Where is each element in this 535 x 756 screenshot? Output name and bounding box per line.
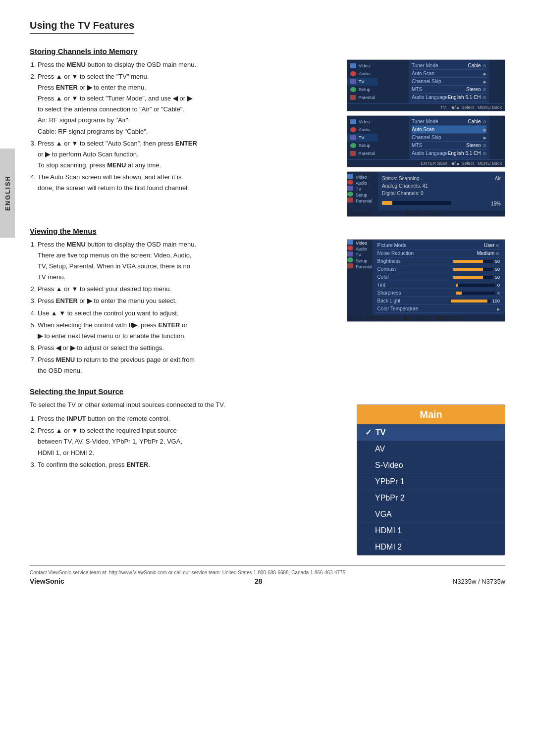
input-intro: To select the TV or other external input… — [30, 400, 347, 410]
video-menu-screen: Video Audio TV Setup — [347, 239, 505, 322]
video-menu-item-setup: Setup — [347, 257, 373, 263]
video-menu-setup-icon — [347, 257, 353, 262]
storing-step-2: Press ▲ or ▼ to select the "TV" menu. Pr… — [38, 71, 337, 137]
scan-setup-icon — [347, 192, 353, 197]
scan-analog-label: Analog Channels: 41 — [382, 183, 428, 189]
footer-model: N3235w / N3735w — [453, 578, 505, 585]
menu-row-mts-1: MTS Stereo — [412, 86, 486, 94]
viewing-menus-title: Viewing the Menus — [30, 227, 505, 235]
video-row-tint: Tint 0 — [375, 281, 502, 289]
menu-row-tunermode-2: Tuner Mode Cable — [412, 118, 486, 126]
menu-footer-2: ENTER Scan ◆/▲ Select MENU Back — [347, 159, 505, 167]
video-menu-tv-icon — [347, 252, 353, 256]
scan-progress-bar — [382, 201, 451, 205]
menu-content-2: Tuner Mode Cable Auto Scan Channel Skip — [409, 116, 489, 159]
menu-sidebar-1: Video Audio TV Setup — [347, 60, 378, 103]
scan-tv-icon — [347, 186, 353, 191]
footer-contact: Contact ViewSonic service team at: http:… — [30, 570, 345, 575]
input-item-tv-label: TV — [375, 428, 385, 437]
menu-item-audio-1: Audio — [347, 70, 378, 78]
video-icon-2 — [350, 119, 356, 124]
scan-menu-parental: Parental — [347, 198, 378, 203]
auto-scan-screen: Video Audio TV Setup — [347, 171, 505, 217]
footer-brand: ViewSonic — [30, 577, 64, 585]
input-item-av-label: AV — [375, 445, 385, 454]
setup-icon-1 — [350, 87, 356, 92]
storing-text: Press the MENU button to display the OSD… — [30, 59, 337, 217]
input-item-vga[interactable]: VGA — [357, 506, 505, 523]
menu-row-mts-2: MTS Stereo — [412, 142, 486, 150]
viewing-step-5: When selecting the control with II▶, pre… — [38, 320, 337, 342]
viewing-section-row: Press the MENU button to display the OSD… — [30, 239, 505, 377]
menu-item-tv-1: TV — [347, 78, 378, 86]
scan-analog-row: Analog Channels: 41 — [382, 182, 501, 190]
input-item-ypbpr2[interactable]: YPbPr 2 — [357, 490, 505, 506]
viewing-step-4: Use ▲ ▼ to select the control you want t… — [38, 308, 337, 319]
viewing-images: Video Audio TV Setup — [347, 239, 505, 377]
menu-item-video-2: Video — [347, 118, 378, 126]
video-menu-parental-icon — [347, 263, 353, 268]
input-source-menu: Main ✓ TV AV S-Video YPbPr 1 YPbPr 2 — [357, 404, 505, 555]
sidebar-english: ENGLISH — [0, 149, 15, 238]
viewing-step-6: Press ◀ or ▶ to adjust or select the set… — [38, 343, 337, 353]
menu-row-channelskip-1: Channel Skip — [412, 78, 486, 86]
viewing-text: Press the MENU button to display the OSD… — [30, 239, 337, 377]
video-menu-item-parental: Parental — [347, 263, 373, 269]
menu-item-parental-1: Parental — [347, 94, 378, 101]
menu-item-setup-1: Setup — [347, 86, 378, 94]
menu-item-parental-2: Parental — [347, 150, 378, 157]
input-item-tv[interactable]: ✓ TV — [357, 424, 505, 441]
scan-content: Status: Scanning... Air Analog Channels:… — [378, 172, 505, 210]
storing-images: Video Audio TV Setup — [347, 59, 505, 217]
video-row-noisereduce: Noise Reduction Medium — [375, 250, 502, 257]
scan-sidebar: Video Audio TV Setup — [347, 172, 378, 210]
tv-icon-1 — [350, 79, 356, 84]
scan-video-icon — [347, 174, 353, 179]
viewing-step-7: Press MENU to return to the previous pag… — [38, 354, 337, 376]
input-item-ypbpr2-label: YPbPr 2 — [375, 494, 405, 503]
input-item-svideo[interactable]: S-Video — [357, 457, 505, 474]
page-container: ENGLISH Using the TV Features Storing Ch… — [0, 0, 535, 756]
input-item-hdmi2[interactable]: HDMI 2 — [357, 539, 505, 555]
scan-menu-setup: Setup — [347, 192, 378, 198]
input-item-hdmi1[interactable]: HDMI 1 — [357, 523, 505, 539]
video-menu-item-audio: Audio — [347, 246, 373, 252]
input-item-vga-label: VGA — [375, 510, 392, 519]
input-step-1: Press the INPUT button on the remote con… — [38, 413, 347, 424]
video-menu-item-tv: TV — [347, 252, 373, 257]
menu-sidebar-2: Video Audio TV Setup — [347, 116, 378, 159]
viewing-step-1: Press the MENU button to display the OSD… — [38, 239, 337, 283]
input-step-2: Press ▲ or ▼ to select the required inpu… — [38, 425, 347, 458]
scan-status-row: Status: Scanning... Air — [382, 175, 501, 182]
tv-icon-2 — [350, 135, 356, 140]
video-menu-video-icon — [347, 240, 353, 245]
viewing-step-2: Press ▲ or ▼ to select your desired top … — [38, 284, 337, 295]
input-step-3: To confirm the selection, press ENTER. — [38, 459, 347, 470]
video-row-picturemode: Picture Mode User — [375, 242, 502, 250]
page-footer: Contact ViewSonic service team at: http:… — [30, 565, 505, 575]
storing-step-4: The Auto Scan screen will be shown, and … — [38, 172, 337, 194]
input-item-av[interactable]: AV — [357, 441, 505, 457]
input-item-hdmi1-label: HDMI 1 — [375, 526, 402, 535]
scan-menu-video: Video — [347, 174, 378, 180]
scan-audio-icon — [347, 180, 353, 185]
menu-item-video-1: Video — [347, 62, 378, 70]
input-section-row: To select the TV or other external input… — [30, 400, 505, 555]
scan-digital-label: Digital Channels: 0 — [382, 191, 424, 196]
page-title: Using the TV Features — [30, 20, 134, 34]
storing-section-row: Press the MENU button to display the OSD… — [30, 59, 505, 217]
input-item-ypbpr1[interactable]: YPbPr 1 — [357, 474, 505, 490]
scan-progress-fill — [382, 201, 392, 205]
video-menu-item-video: Video — [347, 240, 373, 246]
footer-bottom-row: ViewSonic 28 N3235w / N3735w — [30, 577, 505, 590]
scan-digital-row: Digital Channels: 0 — [382, 190, 501, 197]
menu-row-channelskip-2: Channel Skip — [412, 134, 486, 142]
video-menu-content: Picture Mode User Noise Reduction Medium… — [373, 240, 505, 315]
sidebar-english-label: ENGLISH — [4, 175, 11, 211]
input-source-title: Selecting the Input Source — [30, 387, 505, 396]
input-item-svideo-label: S-Video — [375, 461, 403, 470]
video-row-backlight: Back Light 100 — [375, 297, 502, 305]
storing-step-1: Press the MENU button to display the OSD… — [38, 59, 337, 70]
input-menu-container: Main ✓ TV AV S-Video YPbPr 1 YPbPr 2 — [357, 400, 505, 555]
menu-row-autoscan-2: Auto Scan — [412, 126, 486, 134]
